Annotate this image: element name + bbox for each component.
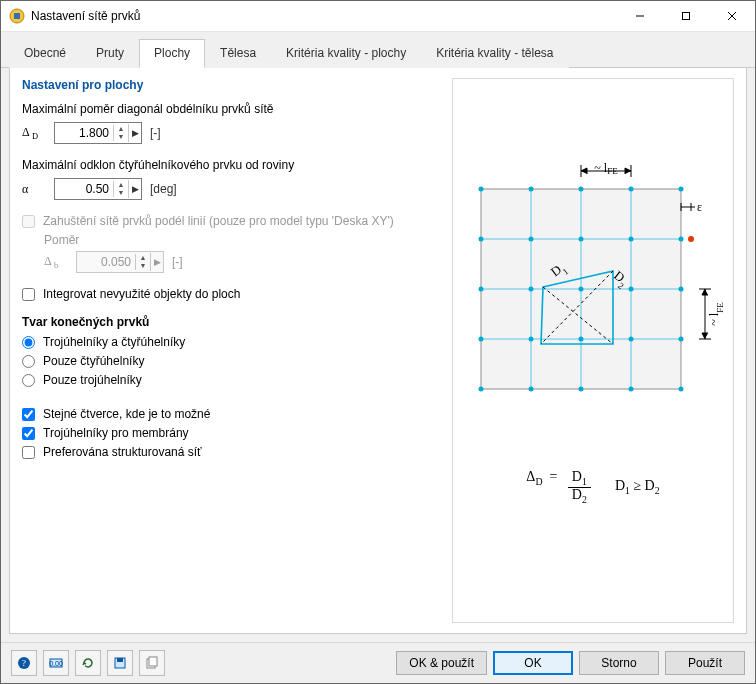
svg-point-42	[529, 387, 534, 392]
refine-label: Zahuštění sítě prvků podél linií (pouze …	[43, 214, 394, 228]
lfe-top-label: ~ lFE	[594, 161, 618, 177]
incl-unit: [deg]	[150, 182, 177, 196]
shape-opt2-row[interactable]: Pouze čtyřúhelníky	[22, 354, 442, 368]
maximize-button[interactable]	[663, 1, 709, 31]
svg-point-27	[529, 237, 534, 242]
save-default-button[interactable]	[107, 650, 133, 676]
cancel-button[interactable]: Storno	[579, 651, 659, 675]
svg-point-24	[629, 187, 634, 192]
titlebar: Nastavení sítě prvků	[1, 1, 755, 32]
svg-rect-3	[683, 13, 690, 20]
shape-opt1-row[interactable]: Trojúhelníky a čtyřúhelníky	[22, 335, 442, 349]
pref-struct-row[interactable]: Preferována strukturovaná síť	[22, 445, 442, 459]
same-squares-label: Stejné čtverce, kde je to možné	[43, 407, 210, 421]
shape-opt3-radio[interactable]	[22, 374, 35, 387]
svg-point-23	[579, 187, 584, 192]
integrate-checkbox[interactable]	[22, 288, 35, 301]
tri-membranes-row[interactable]: Trojúhelníky pro membrány	[22, 426, 442, 440]
integrate-checkbox-row: Integrovat nevyužité objekty do ploch	[22, 287, 442, 301]
shape-opt3-label: Pouze trojúhelníky	[43, 373, 142, 387]
close-button[interactable]	[709, 1, 755, 31]
svg-rect-1	[14, 13, 20, 19]
refine-checkbox	[22, 215, 35, 228]
svg-point-36	[479, 337, 484, 342]
ratio-label: Maximální poměr diagonál obdélníku prvků…	[22, 102, 442, 116]
ratio-step-button[interactable]: ▶	[128, 124, 141, 142]
integrate-label: Integrovat nevyužité objekty do ploch	[43, 287, 240, 301]
incl-spin-buttons[interactable]: ▲▼	[113, 181, 128, 197]
refine-spinbox: ▲▼ ▶	[76, 251, 164, 273]
refine-step-button: ▶	[150, 253, 163, 271]
ok-apply-button[interactable]: OK & použít	[396, 651, 487, 675]
svg-text:0,00: 0,00	[49, 660, 63, 667]
ratio-spinbox[interactable]: ▲▼ ▶	[54, 122, 142, 144]
tab-bar: Obecné Pruty Plochy Tělesa Kritéria kval…	[1, 32, 755, 68]
incl-symbol: α	[22, 182, 46, 197]
incl-spinbox[interactable]: ▲▼ ▶	[54, 178, 142, 200]
tab-plochy[interactable]: Plochy	[139, 39, 205, 68]
tri-membranes-label: Trojúhelníky pro membrány	[43, 426, 189, 440]
svg-text:?: ?	[22, 658, 26, 668]
incl-label: Maximální odklon čtyřúhelníkového prvku …	[22, 158, 442, 172]
refine-symbol: Δ b	[44, 254, 68, 270]
incl-step-button[interactable]: ▶	[128, 180, 141, 198]
footer: ? 0,00 OK & použít OK Storno Použít	[1, 642, 755, 683]
shape-opt3-row[interactable]: Pouze trojúhelníky	[22, 373, 442, 387]
shape-opt2-label: Pouze čtyřúhelníky	[43, 354, 144, 368]
svg-point-35	[679, 287, 684, 292]
formula-condition: D1 ≥ D2	[615, 478, 660, 496]
svg-point-44	[629, 387, 634, 392]
shape-title: Tvar konečných prvků	[22, 315, 442, 329]
svg-point-28	[579, 237, 584, 242]
svg-rect-59	[149, 657, 157, 666]
refine-spin-buttons: ▲▼	[135, 254, 150, 270]
minimize-button[interactable]	[617, 1, 663, 31]
shape-opt2-radio[interactable]	[22, 355, 35, 368]
tab-kvalita-telesa[interactable]: Kritéria kvality - tělesa	[421, 39, 568, 68]
ok-button[interactable]: OK	[493, 651, 573, 675]
svg-point-37	[529, 337, 534, 342]
svg-point-38	[579, 337, 584, 342]
units-button[interactable]: 0,00	[43, 650, 69, 676]
window-title: Nastavení sítě prvků	[31, 9, 617, 23]
load-default-button[interactable]	[139, 650, 165, 676]
tab-telesa[interactable]: Tělesa	[205, 39, 271, 68]
refine-ratio-label: Poměr	[44, 233, 442, 247]
dialog-window: Nastavení sítě prvků Obecné Pruty Plochy…	[0, 0, 756, 684]
svg-point-29	[629, 237, 634, 242]
svg-point-39	[629, 337, 634, 342]
ratio-symbol: Δ D	[22, 125, 46, 141]
svg-point-21	[479, 187, 484, 192]
svg-point-22	[529, 187, 534, 192]
svg-point-43	[579, 387, 584, 392]
epsilon-label: ε	[697, 200, 702, 214]
pref-struct-label: Preferována strukturovaná síť	[43, 445, 202, 459]
section-title: Nastavení pro plochy	[22, 78, 442, 92]
shape-opt1-radio[interactable]	[22, 336, 35, 349]
pref-struct-checkbox[interactable]	[22, 446, 35, 459]
mesh-diagram: ~ lFE	[463, 159, 723, 419]
same-squares-row[interactable]: Stejné čtverce, kde je to možné	[22, 407, 442, 421]
svg-point-41	[479, 387, 484, 392]
tri-membranes-checkbox[interactable]	[22, 427, 35, 440]
refine-unit: [-]	[172, 255, 183, 269]
tab-kvalita-plochy[interactable]: Kritéria kvality - plochy	[271, 39, 421, 68]
svg-point-25	[679, 187, 684, 192]
ratio-input[interactable]	[55, 126, 113, 140]
lfe-right-label: ~ lFE	[707, 302, 723, 326]
same-squares-checkbox[interactable]	[22, 408, 35, 421]
settings-column: Nastavení pro plochy Maximální poměr dia…	[22, 78, 442, 623]
svg-point-31	[479, 287, 484, 292]
svg-rect-57	[117, 658, 123, 662]
shape-opt1-label: Trojúhelníky a čtyřúhelníky	[43, 335, 185, 349]
tab-pruty[interactable]: Pruty	[81, 39, 139, 68]
ratio-unit: [-]	[150, 126, 161, 140]
formula: ΔD = D1 D2 D1 ≥ D2	[526, 469, 659, 505]
tab-obecne[interactable]: Obecné	[9, 39, 81, 68]
apply-button[interactable]: Použít	[665, 651, 745, 675]
incl-input[interactable]	[55, 182, 113, 196]
reset-button[interactable]	[75, 650, 101, 676]
svg-point-34	[629, 287, 634, 292]
help-button[interactable]: ?	[11, 650, 37, 676]
ratio-spin-buttons[interactable]: ▲▼	[113, 125, 128, 141]
